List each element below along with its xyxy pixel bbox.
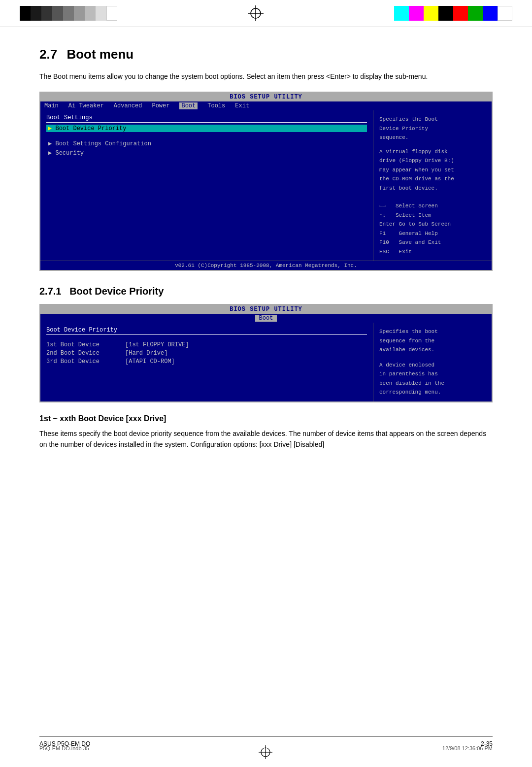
file-info: P5Q-EM DO.indb 35 xyxy=(39,745,89,760)
bios-menu-bar-2: Boot xyxy=(40,314,492,323)
section-title: Boot menu xyxy=(66,47,133,62)
gray-swatch-5 xyxy=(63,6,74,21)
bios-device-name-1: 1st Boot Device xyxy=(46,341,125,348)
bios-key-f1: F1 General Help xyxy=(379,230,486,238)
gray-ramp xyxy=(20,6,117,21)
menu-ai-tweaker: Ai Tweaker xyxy=(68,102,104,109)
sub-sub-heading: 1st ~ xxth Boot Device [xxx Drive] xyxy=(39,414,493,423)
intro-text: The Boot menu items allow you to change … xyxy=(39,71,493,82)
bios-section-label-1: Boot Settings xyxy=(46,114,367,123)
bios-menu-bar-1: Main Ai Tweaker Advanced Power Boot Tool… xyxy=(40,101,492,110)
bios-help-line-1: Specifies the Boot xyxy=(379,115,486,124)
bios-screen-1: BIOS SETUP UTILITY Main Ai Tweaker Advan… xyxy=(39,92,493,271)
magenta-swatch xyxy=(409,6,424,21)
bios-right-panel-1: Specifies the Boot Device Priority seque… xyxy=(373,110,492,261)
bios-key-esc: ESC Exit xyxy=(379,248,486,256)
bios-body-2: Boot Device Priority 1st Boot Device [1s… xyxy=(40,323,492,401)
bios-help-line-3: sequence. xyxy=(379,133,486,142)
bios-help2-line-2: sequence from the xyxy=(379,337,486,345)
bios-help-spacer-1 xyxy=(379,143,486,147)
bios-key-enter: Enter Go to Sub Screen xyxy=(379,220,486,229)
menu-main: Main xyxy=(44,102,59,109)
gray-swatch-8 xyxy=(96,6,106,21)
bios-right-panel-2: Specifies the boot sequence from the ava… xyxy=(373,323,492,401)
subsection-number: 2.7.1 xyxy=(39,286,61,297)
bios-device-value-3: [ATAPI CD-ROM] xyxy=(125,358,175,365)
bios-left-panel-2: Boot Device Priority 1st Boot Device [1s… xyxy=(40,323,373,401)
blue-swatch xyxy=(483,6,498,21)
green-swatch xyxy=(468,6,483,21)
menu-exit: Exit xyxy=(235,102,249,109)
bios-help-line-7: the CD-ROM drive as the xyxy=(379,175,486,183)
bios-help2-line-5: in parenthesis has xyxy=(379,370,486,378)
white-swatch xyxy=(498,6,512,21)
cyan-swatch xyxy=(394,6,409,21)
menu-power: Power xyxy=(152,102,169,109)
crosshair-icon xyxy=(248,5,264,21)
bios-item-security: ▶ Security xyxy=(46,149,367,157)
bios-key-select-item: ↑↓ Select Item xyxy=(379,211,486,220)
bios-help-line-2: Device Priority xyxy=(379,125,486,133)
yellow-swatch xyxy=(424,6,438,21)
bios-help2-line-4: A device enclosed xyxy=(379,361,486,369)
bios-key-select-screen: ←→ Select Screen xyxy=(379,202,486,210)
gray-swatch-2 xyxy=(31,6,41,21)
subsection-heading-271: 2.7.1 Boot Device Priority xyxy=(39,286,493,297)
bios-help-line-4: A virtual floppy disk xyxy=(379,148,486,156)
bios-title-bar-1: BIOS SETUP UTILITY xyxy=(40,93,492,101)
bios-section-label-2: Boot Device Priority xyxy=(46,327,367,335)
bios-left-panel-1: Boot Settings ▶ Boot Device Priority ▶ B… xyxy=(40,110,373,261)
bios-help-line-6: may appear when you set xyxy=(379,166,486,174)
sub-sub-body-text: These items specify the boot device prio… xyxy=(39,428,493,450)
page-content: 2.7 Boot menu The Boot menu items allow … xyxy=(0,32,532,490)
gray-swatch-1 xyxy=(20,6,31,21)
menu-advanced: Advanced xyxy=(114,102,142,109)
black-swatch xyxy=(438,6,453,21)
registration-marks xyxy=(0,0,532,27)
bios-device-row-2: 2nd Boot Device [Hard Drive] xyxy=(46,350,367,357)
bios-device-value-2: [Hard Drive] xyxy=(125,350,167,357)
bios-device-row-3: 3rd Boot Device [ATAPI CD-ROM] xyxy=(46,358,367,365)
section-number: 2.7 xyxy=(39,47,57,62)
menu-boot: Boot xyxy=(179,102,198,109)
gray-swatch-3 xyxy=(41,6,52,21)
bios-device-value-1: [1st FLOPPY DRIVE] xyxy=(125,341,189,348)
left-color-bars xyxy=(20,6,117,21)
bios-item-boot-device-priority: ▶ Boot Device Priority xyxy=(46,125,367,132)
bios-item-boot-settings-config: ▶ Boot Settings Configuration xyxy=(46,140,367,147)
menu-tools: Tools xyxy=(207,102,225,109)
bios-device-row-1: 1st Boot Device [1st FLOPPY DRIVE] xyxy=(46,341,367,348)
bios-help-line-5: drive (Floppy Drive B:) xyxy=(379,157,486,165)
gray-swatch-7 xyxy=(85,6,96,21)
date-info: 12/9/08 12:36:06 PM xyxy=(442,745,493,760)
bios-footer-1: v02.61 (C)Copyright 1985-2008, American … xyxy=(40,261,492,270)
center-crosshair-bottom xyxy=(259,745,272,760)
red-swatch xyxy=(453,6,468,21)
bios-title-bar-2: BIOS SETUP UTILITY xyxy=(40,305,492,314)
bios-device-name-2: 2nd Boot Device xyxy=(46,350,125,357)
gray-swatch-4 xyxy=(52,6,63,21)
gray-swatch-6 xyxy=(74,6,85,21)
section-heading: 2.7 Boot menu xyxy=(39,47,493,62)
subsection-title: Boot Device Priority xyxy=(69,286,164,297)
right-color-bars xyxy=(394,6,512,21)
gray-swatch-9 xyxy=(106,6,117,21)
bottom-info: P5Q-EM DO.indb 35 12/9/08 12:36:06 PM xyxy=(39,745,493,760)
bios-help-line-8: first boot device. xyxy=(379,184,486,193)
bios-help2-line-6: been disabled in the xyxy=(379,379,486,388)
bios-help2-line-3: availabe devices. xyxy=(379,346,486,354)
bios-device-name-3: 3rd Boot Device xyxy=(46,358,125,365)
bios-screen-2: BIOS SETUP UTILITY Boot Boot Device Prio… xyxy=(39,304,493,402)
bios-body-1: Boot Settings ▶ Boot Device Priority ▶ B… xyxy=(40,110,492,261)
center-registration xyxy=(117,5,394,21)
menu-boot-active: Boot xyxy=(255,315,277,322)
bios-key-f10: F10 Save and Exit xyxy=(379,238,486,247)
bios-help2-line-7: corresponding menu. xyxy=(379,388,486,397)
bios-help2-line-1: Specifies the boot xyxy=(379,328,486,336)
bottom-crosshair-icon xyxy=(259,745,272,759)
